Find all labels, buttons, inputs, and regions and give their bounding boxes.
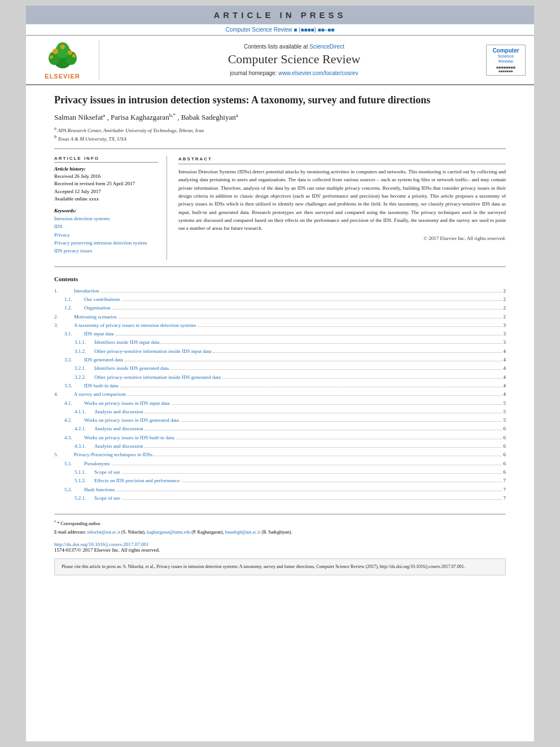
toc-label: A survey and comparison — [74, 390, 126, 399]
paper-title: Privacy issues in intrusion detection sy… — [54, 94, 506, 107]
toc-num: 5.1.1. — [54, 468, 94, 477]
toc-dots — [112, 309, 502, 309]
toc-num: 4.2. — [54, 416, 84, 425]
toc-dots — [120, 387, 502, 387]
contents-title: Contents — [54, 276, 506, 282]
toc-num: 1.2. — [54, 304, 84, 312]
toc-dots — [122, 300, 502, 301]
toc-num: 3. — [54, 321, 74, 330]
contents-section: Contents 1.Introduction21.1.Our contribu… — [54, 276, 506, 503]
toc-dots — [112, 465, 502, 465]
toc-item: 3.3.IDS built-in data4 — [54, 382, 506, 390]
toc-num: 4.1.1. — [54, 408, 94, 416]
accepted-date: Accepted 12 July 2017 — [54, 188, 158, 196]
contents-available: Contents lists available at ScienceDirec… — [105, 43, 483, 50]
toc-item: 5.1.Pseudonyms6 — [54, 460, 506, 468]
toc-item: 1.2.Organization2 — [54, 304, 506, 312]
toc-page: 6 — [504, 468, 506, 477]
toc-dots — [101, 292, 502, 292]
toc-label: Identifiers inside IDS input data — [94, 338, 159, 347]
email-sadeghiyan-link[interactable]: basadegh@aut.ac.ir — [225, 530, 260, 535]
toc-page: 6 — [504, 425, 506, 433]
revised-date: Received in revised form 25 April 2017 — [54, 180, 158, 188]
toc-dots — [119, 318, 502, 318]
received-date: Received 26 July 2016 — [54, 173, 158, 181]
toc-dots — [181, 421, 502, 422]
elsevier-logo: ELSEVIER — [32, 40, 99, 80]
toc-num: 3.2.1. — [54, 364, 94, 373]
toc-page: 4 — [504, 347, 506, 356]
toc-item: 1.Introduction2 — [54, 287, 506, 295]
footnote-section: * * Corresponding author. E-mail address… — [54, 514, 506, 536]
toc-num: 3.1. — [54, 330, 84, 338]
banner-text: ARTICLE IN PRESS — [213, 10, 346, 20]
toc-dots — [145, 447, 502, 448]
toc-page: 7 — [504, 494, 506, 503]
toc-item: 4.A survey and comparison4 — [54, 390, 506, 399]
toc-num: 4.3.1. — [54, 442, 94, 451]
toc-label: Organization — [84, 304, 111, 312]
email-niksefat-link[interactable]: niksefat@aut.ac.ir — [88, 530, 120, 535]
toc-dots — [122, 499, 502, 500]
toc-dots — [222, 378, 502, 379]
doi-section: http://dx.doi.org/10.1016/j.cosrev.2017.… — [54, 541, 506, 553]
kw-5: IDS privacy issues — [54, 247, 158, 255]
toc-label: Hash functions — [84, 486, 115, 494]
toc-item: 5.1.2.Effects on IDS precision and perfo… — [54, 477, 506, 485]
divider — [54, 148, 506, 149]
doi-link[interactable]: http://dx.doi.org/10.1016/j.cosrev.2017.… — [54, 541, 149, 547]
toc-page: 2 — [504, 313, 506, 321]
history-label: Article history: — [54, 166, 158, 172]
toc-num: 5. — [54, 451, 74, 459]
toc-num: 3.3. — [54, 382, 84, 390]
toc-label: Analysis and discussion — [94, 442, 143, 451]
elsevier-tree-icon — [43, 40, 82, 71]
toc-label: Analysis and discussion — [94, 425, 143, 433]
toc-dots — [170, 369, 502, 370]
toc-num: 5.2.1. — [54, 494, 94, 503]
toc-num: 2. — [54, 313, 74, 321]
toc-item: 2.Motivating scenarios2 — [54, 313, 506, 321]
svg-point-7 — [60, 45, 65, 49]
toc-page: 5 — [504, 416, 506, 425]
available-date: Available online xxxx — [54, 195, 158, 203]
toc-item: 5.Privacy-Preserving techniques in IDSs6 — [54, 451, 506, 459]
toc-label: Other privacy-sensitive information insi… — [94, 347, 211, 356]
header-section: ELSEVIER Contents lists available at Sci… — [26, 35, 534, 85]
toc-dots — [182, 482, 502, 482]
toc-item: 4.2.Works on privacy issues in IDS gener… — [54, 416, 506, 425]
toc-item: 3.2.IDS generated data4 — [54, 356, 506, 364]
toc-label: Our contributions — [84, 295, 120, 304]
toc-dots — [172, 404, 502, 405]
toc-num: 4.1. — [54, 399, 84, 408]
toc-item: 4.1.Works on privacy issues in IDS input… — [54, 399, 506, 408]
corresponding-note: * * Corresponding author. — [54, 519, 506, 527]
journal-title-header: Computer Science Review — [105, 52, 483, 67]
toc-label: IDS input data — [84, 330, 114, 338]
toc-label: Works on privacy issues in IDS input dat… — [84, 399, 170, 408]
toc-label: Analysis and discussion — [94, 408, 143, 416]
homepage-url[interactable]: www.elsevier.com/locate/cosrev — [278, 70, 358, 76]
toc-label: Works on privacy issues in IDS built-in … — [84, 434, 174, 442]
toc-item: 3.2.1.Identifiers inside IDS generated d… — [54, 364, 506, 373]
toc-label: Scope of use — [94, 494, 120, 503]
svg-point-8 — [50, 55, 53, 59]
abstract-label: ABSTRACT — [178, 156, 506, 164]
toc-label: Pseudonyms — [84, 460, 110, 468]
toc-num: 5.1.2. — [54, 477, 94, 485]
keywords-group: Keywords: Intrusion detection systems ID… — [54, 208, 158, 255]
toc-dots — [161, 343, 501, 344]
toc-dots — [145, 413, 502, 413]
toc-num: 3.2.2. — [54, 373, 94, 382]
toc-page: 6 — [504, 460, 506, 468]
email-kaghazgaran-link[interactable]: kaghazgaran@tamu.edu — [147, 530, 190, 535]
cs-review-box: Computer Science Review ■■■■■■■■ ■■■■■■■ — [486, 45, 526, 76]
keywords-label: Keywords: — [54, 208, 158, 213]
science-direct-link[interactable]: ScienceDirect — [309, 43, 344, 50]
toc-page: 6 — [504, 434, 506, 442]
article-info-abstract: ARTICLE INFO Article history: Received 2… — [54, 156, 506, 260]
toc-num: 4. — [54, 390, 74, 399]
toc-label: Effects on IDS precision and performance — [94, 477, 180, 485]
toc-dots — [116, 335, 502, 335]
toc-dots — [154, 456, 501, 456]
